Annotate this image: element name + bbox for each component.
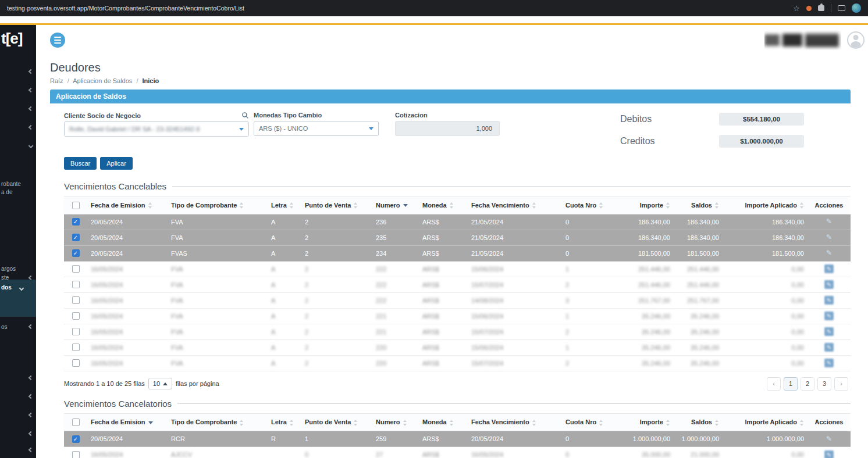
column-header[interactable]: Saldos <box>674 196 723 214</box>
sort-icon[interactable] <box>450 202 454 209</box>
pagination-page-1[interactable]: 1 <box>784 377 798 391</box>
sidebar-item-label-active[interactable]: dos <box>1 284 12 291</box>
column-header[interactable]: Importe Aplicado <box>723 196 807 214</box>
column-header[interactable]: Importe <box>620 196 674 214</box>
cotizacion-input[interactable]: 1,000 <box>395 121 500 136</box>
edit-icon[interactable]: ✎ <box>824 435 834 443</box>
select-all-checkbox[interactable] <box>72 202 80 209</box>
edit-icon[interactable]: ✎ <box>824 296 834 305</box>
column-header[interactable]: Moneda <box>419 196 468 214</box>
column-header[interactable]: Moneda <box>419 413 468 431</box>
sort-icon[interactable] <box>148 421 153 424</box>
url-bar[interactable]: testing-posventa.oversoft.app/MotorCompr… <box>7 5 244 12</box>
column-header[interactable]: Acciones <box>807 413 851 431</box>
sort-icon[interactable] <box>290 202 294 209</box>
column-header[interactable]: Cuota Nro <box>562 413 620 431</box>
column-header[interactable]: Fecha de Emision <box>87 196 168 214</box>
chevron-left-icon[interactable] <box>29 431 33 436</box>
table-row[interactable]: 16/05/2024FVAA2220ARS$15/06/2024135.246,… <box>64 339 851 355</box>
extension-badge-icon[interactable] <box>806 6 812 11</box>
table-row[interactable]: 16/05/2024FVAA2222ARS$14/08/20243251.767… <box>64 292 851 308</box>
edit-icon[interactable]: ✎ <box>824 327 834 336</box>
edit-icon[interactable]: ✎ <box>824 249 834 257</box>
sort-icon[interactable] <box>599 202 603 209</box>
sort-icon[interactable] <box>240 420 244 426</box>
extensions-puzzle-icon[interactable] <box>818 5 824 11</box>
edit-icon[interactable]: ✎ <box>824 359 834 367</box>
sort-icon[interactable] <box>666 202 670 209</box>
row-checkbox[interactable]: ✓ <box>72 249 80 257</box>
row-checkbox[interactable] <box>72 328 80 335</box>
chevron-left-icon[interactable] <box>29 125 33 130</box>
column-header[interactable]: Punto de Venta <box>301 196 372 214</box>
chevron-left-icon[interactable] <box>29 448 33 452</box>
sort-icon[interactable] <box>354 420 358 426</box>
table-row[interactable]: 16/05/2024FVAA2221ARS$15/07/2024235.246,… <box>64 324 851 339</box>
column-header[interactable]: Numero <box>372 196 419 214</box>
pagination-page-2[interactable]: 2 <box>801 377 814 391</box>
select-all-checkbox[interactable] <box>72 418 80 426</box>
row-checkbox[interactable]: ✓ <box>72 435 80 443</box>
sort-icon[interactable] <box>532 202 536 209</box>
chevron-left-icon[interactable] <box>29 394 33 399</box>
monedas-select[interactable]: ARS ($) - UNICO <box>254 121 379 136</box>
sidebar-item-label[interactable]: os <box>1 324 8 330</box>
chevron-left-icon[interactable] <box>29 413 33 417</box>
column-header[interactable]: Punto de Venta <box>301 413 372 431</box>
row-checkbox[interactable] <box>72 281 80 288</box>
chevron-left-icon[interactable] <box>29 375 33 380</box>
pagination-page-3[interactable]: 3 <box>817 377 831 391</box>
sort-icon[interactable] <box>403 420 407 426</box>
sort-icon[interactable] <box>715 202 719 209</box>
table-row[interactable]: 16/05/2024FVAA2220ARS$15/07/2024235.246,… <box>64 355 851 371</box>
column-header[interactable]: Fecha Vencimiento <box>468 196 562 214</box>
pagination-next[interactable]: › <box>834 377 848 391</box>
edit-icon[interactable]: ✎ <box>824 233 834 242</box>
row-checkbox[interactable] <box>72 359 80 367</box>
breadcrumb-section[interactable]: Aplicacion de Saldos <box>73 77 132 84</box>
cliente-select[interactable]: Rolle, David Gabriel / DR SA - 23-324514… <box>64 121 249 137</box>
sort-icon[interactable] <box>666 420 670 426</box>
chevron-left-icon[interactable] <box>29 324 33 329</box>
row-checkbox[interactable]: ✓ <box>72 234 80 241</box>
edit-icon[interactable]: ✎ <box>824 280 834 289</box>
column-header[interactable]: Letra <box>268 413 301 431</box>
row-checkbox[interactable] <box>72 312 80 320</box>
table-row[interactable]: 16/05/2024AJCCV027ARS$16/05/2024035.000,… <box>64 447 851 458</box>
chevron-left-icon[interactable] <box>29 69 33 74</box>
bookmark-star-icon[interactable]: ☆ <box>793 5 800 12</box>
user-avatar[interactable] <box>847 31 865 49</box>
sidebar-item-label[interactable]: argos <box>1 266 16 272</box>
sort-icon[interactable] <box>715 420 719 426</box>
column-header[interactable]: Acciones <box>807 196 851 214</box>
sort-icon[interactable] <box>532 420 536 426</box>
table-row[interactable]: 16/05/2024FVAA2222ARS$15/07/20242251.446… <box>64 277 851 292</box>
table-row[interactable]: 16/05/2024FVAA2222ARS$15/06/20241251.446… <box>64 261 851 277</box>
table-row[interactable]: ✓20/05/2024RCRR1259ARS$20/05/202401.000.… <box>64 431 851 447</box>
column-header[interactable]: Fecha Vencimiento <box>468 413 562 431</box>
row-checkbox[interactable] <box>72 265 80 273</box>
chevron-left-icon[interactable] <box>29 88 33 92</box>
column-header[interactable]: Tipo de Comprobante <box>168 196 268 214</box>
column-header[interactable]: Saldos <box>674 413 723 431</box>
row-checkbox[interactable] <box>72 451 80 458</box>
rows-per-page-select[interactable]: 10 <box>148 378 172 389</box>
sort-icon[interactable] <box>800 202 804 209</box>
sort-icon[interactable] <box>800 420 804 426</box>
sort-icon[interactable] <box>148 202 152 209</box>
column-header[interactable]: Letra <box>268 196 301 214</box>
table-row[interactable]: ✓20/05/2024FVAA2236ARS$21/05/20240186.34… <box>64 214 851 230</box>
sidebar-item-label[interactable]: a de <box>1 189 12 195</box>
row-checkbox[interactable] <box>72 344 80 351</box>
sort-icon[interactable] <box>290 420 294 426</box>
browser-profile-avatar[interactable] <box>852 3 861 13</box>
sort-icon[interactable] <box>599 420 603 426</box>
table-row[interactable]: 16/05/2024FVAA2221ARS$15/06/2024135.246,… <box>64 308 851 324</box>
chevron-left-icon[interactable] <box>29 106 33 111</box>
column-header[interactable]: Tipo de Comprobante <box>168 413 268 431</box>
sort-icon[interactable] <box>240 202 244 209</box>
edit-icon[interactable]: ✎ <box>824 450 834 458</box>
row-checkbox[interactable] <box>72 296 80 304</box>
edit-icon[interactable]: ✎ <box>824 217 834 226</box>
breadcrumb-root[interactable]: Raíz <box>50 77 63 84</box>
